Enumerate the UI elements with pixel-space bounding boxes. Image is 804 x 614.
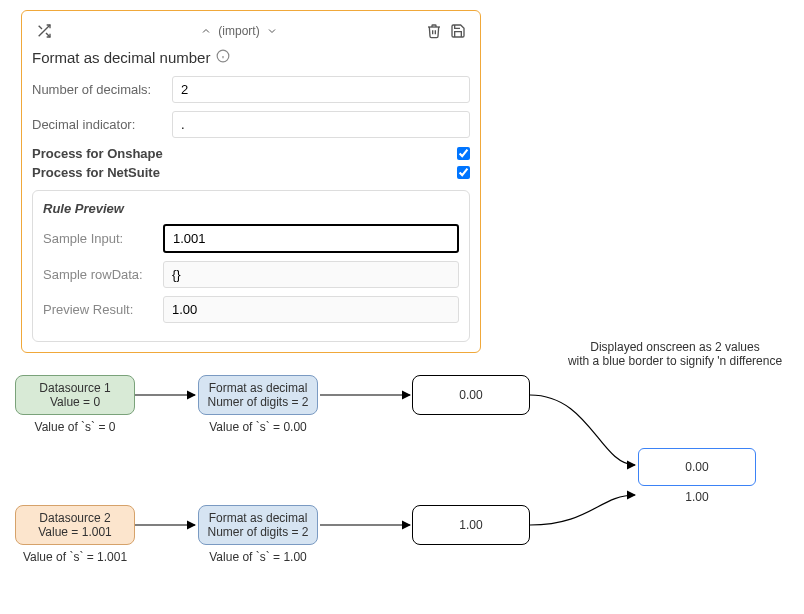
sample-rowdata-label: Sample rowData: bbox=[43, 267, 163, 282]
save-icon[interactable] bbox=[446, 21, 470, 41]
process-netsuite-checkbox[interactable] bbox=[457, 166, 470, 179]
out1-node: 0.00 bbox=[412, 375, 530, 415]
panel-title: Format as decimal number bbox=[32, 49, 210, 66]
ds1-title: Datasource 1 bbox=[39, 381, 110, 395]
sample-rowdata-row: Sample rowData: bbox=[43, 261, 459, 288]
out2-node: 1.00 bbox=[412, 505, 530, 545]
out2-value: 1.00 bbox=[459, 518, 482, 532]
panel-header: (import) bbox=[32, 21, 470, 41]
sample-rowdata-field[interactable] bbox=[163, 261, 459, 288]
format-2-node: Format as decimal Numer of digits = 2 bbox=[198, 505, 318, 545]
num-decimals-row: Number of decimals: bbox=[32, 76, 470, 103]
datasource-1-node: Datasource 1 Value = 0 bbox=[15, 375, 135, 415]
datasource-2-node: Datasource 2 Value = 1.001 bbox=[15, 505, 135, 545]
process-onshape-row: Process for Onshape bbox=[32, 146, 470, 161]
preview-result-row: Preview Result: bbox=[43, 296, 459, 323]
merged-top-node: 0.00 bbox=[638, 448, 756, 486]
ds1-caption: Value of `s` = 0 bbox=[15, 420, 135, 434]
ds2-title: Datasource 2 bbox=[39, 511, 110, 525]
sample-input-field[interactable] bbox=[163, 224, 459, 253]
sample-input-row: Sample Input: bbox=[43, 224, 459, 253]
merged-top-value: 0.00 bbox=[685, 460, 708, 474]
out1-value: 0.00 bbox=[459, 388, 482, 402]
panel-title-row: Format as decimal number bbox=[32, 49, 470, 66]
merged-bottom-value: 1.00 bbox=[638, 490, 756, 504]
process-onshape-checkbox[interactable] bbox=[457, 147, 470, 160]
collapse-up-icon[interactable] bbox=[196, 23, 216, 39]
ds2-caption: Value of `s` = 1.001 bbox=[15, 550, 135, 564]
import-label: (import) bbox=[218, 24, 259, 38]
ds1-value: Value = 0 bbox=[50, 395, 100, 409]
format-1-node: Format as decimal Numer of digits = 2 bbox=[198, 375, 318, 415]
preview-box: Rule Preview Sample Input: Sample rowDat… bbox=[32, 190, 470, 342]
fmt2-caption: Value of `s` = 1.00 bbox=[198, 550, 318, 564]
fmt1-value: Numer of digits = 2 bbox=[207, 395, 308, 409]
fmt1-caption: Value of `s` = 0.00 bbox=[198, 420, 318, 434]
fmt1-title: Format as decimal bbox=[209, 381, 308, 395]
decimal-indicator-label: Decimal indicator: bbox=[32, 117, 172, 132]
num-decimals-label: Number of decimals: bbox=[32, 82, 172, 97]
decimal-indicator-input[interactable] bbox=[172, 111, 470, 138]
decimal-indicator-row: Decimal indicator: bbox=[32, 111, 470, 138]
info-icon[interactable] bbox=[216, 49, 230, 66]
expand-down-icon[interactable] bbox=[262, 23, 282, 39]
preview-title: Rule Preview bbox=[43, 201, 459, 216]
flow-diagram: Displayed onscreen as 2 values with a bl… bbox=[0, 340, 804, 614]
sample-input-label: Sample Input: bbox=[43, 231, 163, 246]
process-netsuite-label: Process for NetSuite bbox=[32, 165, 160, 180]
config-panel: (import) Format as decimal number Number… bbox=[21, 10, 481, 353]
shuffle-icon[interactable] bbox=[32, 21, 56, 41]
trash-icon[interactable] bbox=[422, 21, 446, 41]
num-decimals-input[interactable] bbox=[172, 76, 470, 103]
ds2-value: Value = 1.001 bbox=[38, 525, 112, 539]
process-onshape-label: Process for Onshape bbox=[32, 146, 163, 161]
preview-result-label: Preview Result: bbox=[43, 302, 163, 317]
preview-result-field[interactable] bbox=[163, 296, 459, 323]
annotation-line1: Displayed onscreen as 2 values bbox=[550, 340, 800, 354]
diagram-annotation: Displayed onscreen as 2 values with a bl… bbox=[550, 340, 800, 368]
process-netsuite-row: Process for NetSuite bbox=[32, 165, 470, 180]
fmt2-value: Numer of digits = 2 bbox=[207, 525, 308, 539]
annotation-line2: with a blue border to signify 'n differe… bbox=[550, 354, 800, 368]
fmt2-title: Format as decimal bbox=[209, 511, 308, 525]
